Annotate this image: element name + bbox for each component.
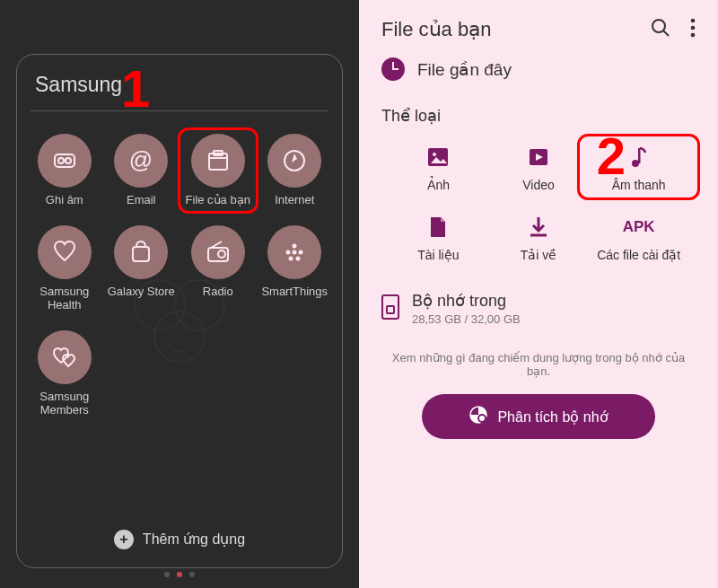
app-drawer-folder: 1 Samsung Ghi âm [0,0,359,588]
samsung-health-app[interactable]: Samsung Health [31,225,99,312]
my-files-app[interactable]: File của bạn [178,127,258,214]
categories-header: Thể loại [381,106,696,126]
radio-icon [191,225,245,279]
phone-icon [381,294,399,320]
svg-point-25 [691,19,696,23]
analyze-icon [468,405,488,428]
storage-usage: 28,53 GB / 32,00 GB [412,312,521,326]
step-1-annotation: 1 [121,58,150,118]
svg-point-20 [289,256,293,260]
members-icon [38,330,92,384]
app-label: Internet [275,193,314,207]
svg-line-16 [211,241,222,248]
svg-point-4 [188,342,192,346]
samsung-members-app[interactable]: Samsung Members [31,330,99,417]
app-label: SmartThings [261,285,328,299]
svg-text:@: @ [129,146,153,173]
email-app[interactable]: @ Email [108,134,176,207]
svg-point-7 [66,158,71,163]
svg-rect-13 [133,247,149,261]
category-label: Ảnh [427,178,451,192]
recent-title: File gần đây [417,59,512,80]
music-icon [624,142,654,172]
apk-icon: APK [624,212,654,242]
image-icon [423,142,453,172]
svg-point-31 [632,160,639,167]
smartthings-icon [267,225,321,279]
svg-point-27 [691,33,696,38]
face-mascot [126,278,233,390]
category-label: Video [522,178,555,192]
category-label: Tài liệu [417,248,459,262]
internet-icon [267,134,321,188]
svg-point-6 [58,158,64,163]
app-label: Samsung Members [31,390,99,417]
categories-grid: Ảnh Video Âm thanh [381,142,696,262]
category-label: Các file cài đặt [597,248,680,262]
analyze-storage-button[interactable]: Phân tích bộ nhớ [422,394,655,439]
folder-title: Samsung [31,73,328,97]
divider [31,110,328,111]
page-title: File của bạn [381,18,491,41]
app-label: File của bạn [186,193,250,207]
images-category[interactable]: Ảnh [390,142,486,192]
my-files-icon [191,134,245,188]
app-label: Ghi âm [46,193,83,207]
search-icon[interactable] [651,18,670,41]
svg-point-21 [296,256,301,260]
svg-point-2 [154,312,205,362]
svg-rect-32 [638,148,641,163]
internal-storage[interactable]: Bộ nhớ trong 28,53 GB / 32,00 GB [359,291,718,326]
heart-icon [38,225,92,279]
page-indicator[interactable] [164,572,195,577]
storage-title: Bộ nhớ trong [412,291,521,311]
svg-point-29 [433,153,436,156]
svg-point-18 [286,250,291,254]
smartthings-app[interactable]: SmartThings [261,225,329,312]
svg-point-17 [293,243,297,248]
voice-recorder-icon [38,134,92,188]
my-files-screen: File của bạn File gần đây Thể loại 2 [359,0,718,588]
app-label: Email [127,193,156,207]
voice-recorder-app[interactable]: Ghi âm [31,134,99,207]
analyze-label: Phân tích bộ nhớ [497,408,608,426]
svg-line-24 [663,31,669,36]
documents-category[interactable]: Tài liệu [390,212,486,262]
svg-point-26 [691,26,696,31]
videos-category[interactable]: Video [491,142,587,192]
svg-point-22 [293,250,297,254]
recent-files-section[interactable]: File gần đây [381,57,696,81]
downloads-category[interactable]: Tải về [491,212,587,262]
svg-line-37 [485,421,487,424]
internet-app[interactable]: Internet [261,134,329,207]
more-icon[interactable] [690,18,696,41]
svg-point-15 [218,250,225,258]
app-label: Samsung Health [31,285,99,312]
bag-icon [114,225,168,279]
storage-hint: Xem những gì đang chiếm dung lượng trong… [359,351,718,378]
svg-point-23 [652,20,665,32]
document-icon [423,212,453,242]
add-apps-button[interactable]: + Thêm ứng dụng [31,530,328,549]
svg-point-19 [299,250,303,254]
svg-point-1 [174,280,224,330]
clock-icon [381,57,405,81]
download-icon [523,212,554,242]
category-label: Tải về [521,248,557,262]
plus-icon: + [114,530,134,549]
add-apps-label: Thêm ứng dụng [143,531,245,548]
video-icon [523,142,554,172]
step-2-annotation: 2 [597,126,626,186]
svg-point-3 [167,342,171,346]
svg-point-0 [135,280,185,330]
header: File của bạn [359,18,718,57]
apk-category[interactable]: APK Các file cài đặt [591,212,687,262]
email-icon: @ [114,134,168,188]
